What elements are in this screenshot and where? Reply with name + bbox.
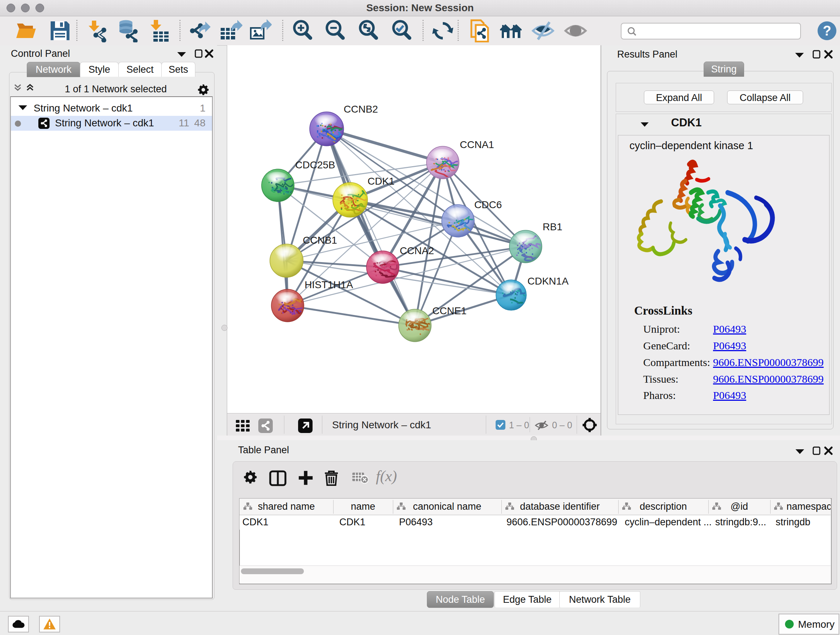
- svg-text:CDC6: CDC6: [474, 199, 502, 211]
- svg-text:RB1: RB1: [543, 221, 562, 233]
- svg-text:HIST1H1A: HIST1H1A: [305, 279, 353, 290]
- svg-text:CCNB1: CCNB1: [303, 234, 337, 246]
- svg-text:?: ?: [823, 23, 831, 38]
- svg-text:CDK1: CDK1: [368, 176, 395, 187]
- svg-text:CCNE1: CCNE1: [432, 305, 467, 317]
- svg-text:CCNA1: CCNA1: [460, 139, 494, 150]
- svg-text:CCNA2: CCNA2: [400, 245, 434, 256]
- svg-text:CDKN1A: CDKN1A: [527, 276, 569, 287]
- svg-text:CCNB2: CCNB2: [344, 103, 378, 115]
- svg-text:CDC25B: CDC25B: [295, 159, 335, 171]
